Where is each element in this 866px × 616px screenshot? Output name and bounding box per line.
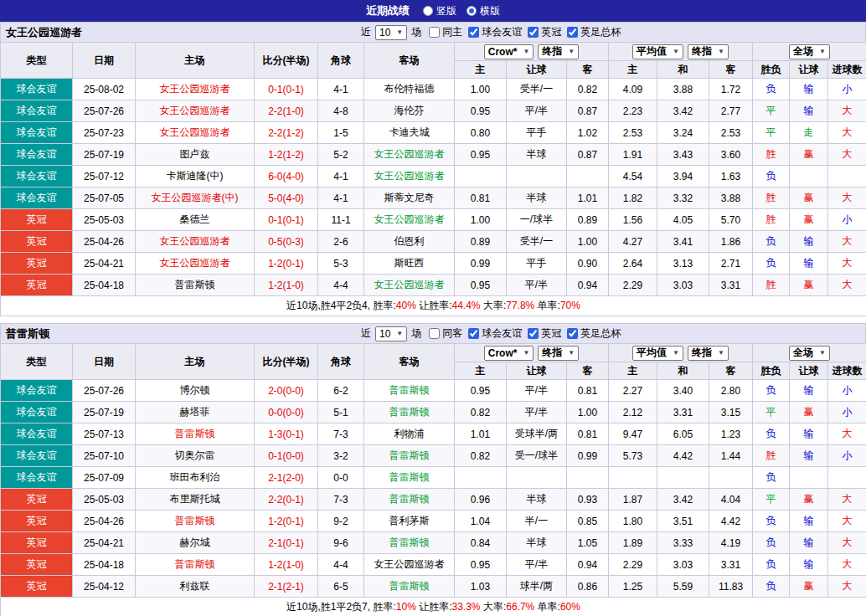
cell-corners: 4-4 [318, 554, 364, 576]
cell-away-team[interactable]: 普雷斯顿 [364, 532, 455, 554]
avg-select[interactable]: 平均值▼ [632, 346, 683, 361]
cell-home-team[interactable]: 利兹联 [136, 576, 255, 598]
cell-home-team[interactable]: 赫尔城 [136, 532, 255, 554]
cell-away-team[interactable]: 普雷斯顿 [364, 380, 455, 402]
cell-home-team[interactable]: 普雷斯顿 [136, 275, 255, 296]
cell-goals-result: 大 [828, 532, 866, 554]
cell-home-team[interactable]: 女王公园巡游者 [136, 79, 255, 100]
summary-row: 近10场,胜1平2负7, 胜率:10% 让胜率:33.3% 大率:66.7% 单… [1, 598, 866, 616]
cell-home-team[interactable]: 普雷斯顿 [136, 511, 255, 532]
checkbox-input[interactable] [528, 328, 539, 339]
fulltime-select[interactable]: 全场▼ [789, 346, 830, 361]
cell-avg-away: 1.86 [709, 231, 753, 253]
cell-away-team[interactable]: 普利茅斯 [364, 511, 455, 532]
cell-home-team[interactable]: 女王公园巡游者(中) [136, 187, 255, 209]
cell-avg-away: 1.72 [709, 79, 753, 100]
cell-goals-result: 小 [828, 380, 866, 402]
cell-handicap-result: 赢 [790, 402, 828, 424]
cell-home-team[interactable]: 博尔顿 [136, 380, 255, 402]
cell-home-team[interactable]: 桑德兰 [136, 209, 255, 231]
cell-away-team[interactable]: 女王公园巡游者 [364, 554, 455, 576]
cell-odds-home: 1.04 [455, 511, 507, 532]
cell-away-team[interactable]: 布伦特福德 [364, 79, 455, 100]
cell-away-team[interactable]: 普雷斯顿 [364, 402, 455, 424]
checkbox-input[interactable] [567, 328, 578, 339]
match-count-select[interactable]: 10 ▼ [375, 326, 407, 341]
cell-home-team[interactable]: 女王公园巡游者 [136, 122, 255, 144]
checkbox-input[interactable] [429, 27, 440, 38]
cell-home-team[interactable]: 卡斯迪隆(中) [136, 166, 255, 187]
cell-home-team[interactable]: 女王公园巡游者 [136, 231, 255, 253]
cell-away-team[interactable]: 女王公园巡游者 [364, 166, 455, 187]
checkbox-input[interactable] [468, 27, 479, 38]
cell-away-team[interactable]: 卡迪夫城 [364, 122, 455, 144]
bookmaker-select[interactable]: Crow*▼ [484, 346, 534, 361]
avg-select[interactable]: 平均值▼ [632, 44, 683, 59]
cell-home-team[interactable]: 切奥尔雷 [136, 445, 255, 467]
cell-away-team[interactable]: 女王公园巡游者 [364, 144, 455, 166]
checkbox-input[interactable] [567, 27, 578, 38]
cell-home-team[interactable]: 图卢兹 [136, 144, 255, 166]
match-count-select[interactable]: 10 ▼ [375, 25, 407, 40]
checkbox-input[interactable] [429, 328, 440, 339]
cell-goals-result: 大 [828, 554, 866, 576]
cell-score: 2-0(0-0) [255, 380, 318, 402]
filter-checkbox-同主[interactable]: 同主 [429, 25, 462, 39]
filter-checkbox-英足总杯[interactable]: 英足总杯 [567, 326, 621, 341]
cell-avg-home: 9.47 [609, 424, 657, 445]
cell-corners: 6-5 [318, 576, 364, 598]
filter-checkbox-英冠[interactable]: 英冠 [528, 326, 561, 341]
avg-time-select[interactable]: 终指▼ [688, 44, 729, 59]
cell-away-team[interactable]: 普雷斯顿 [364, 445, 455, 467]
cell-home-team[interactable]: 女王公园巡游者 [136, 253, 255, 275]
bookmaker-select[interactable]: Crow*▼ [484, 44, 534, 59]
cell-home-team[interactable]: 布里斯托城 [136, 489, 255, 511]
col-avg-draw: 和 [657, 61, 709, 79]
cell-away-team[interactable]: 海伦芬 [364, 100, 455, 122]
cell-home-team[interactable]: 普雷斯顿 [136, 424, 255, 445]
odds-time-select[interactable]: 终指▼ [538, 346, 579, 361]
cell-odds-away: 0.87 [567, 144, 609, 166]
cell-home-team[interactable]: 赫塔菲 [136, 402, 255, 424]
filter-checkbox-球会友谊[interactable]: 球会友谊 [468, 326, 522, 341]
bookmaker-select-value: Crow* [488, 46, 518, 58]
match-row: 球会友谊25-08-02女王公园巡游者0-1(0-1)4-1布伦特福德1.00受… [1, 79, 866, 100]
cell-league-badge: 球会友谊 [1, 100, 73, 122]
cell-corners: 2-6 [318, 231, 364, 253]
col-avg-draw: 和 [657, 362, 709, 380]
col-odds-handicap: 让球 [507, 362, 567, 380]
cell-handicap-result: 赢 [790, 489, 828, 511]
cell-home-team[interactable]: 女王公园巡游者 [136, 100, 255, 122]
cell-away-team[interactable]: 斯旺西 [364, 253, 455, 275]
cell-home-team[interactable]: 班田布利治 [136, 467, 255, 489]
cell-result: 负 [753, 554, 790, 576]
cell-away-team[interactable]: 普雷斯顿 [364, 489, 455, 511]
cell-result: 胜 [753, 445, 790, 467]
match-row: 英冠25-05-03桑德兰0-1(0-1)11-1女王公园巡游者1.00一/球半… [1, 209, 866, 231]
odds-time-select[interactable]: 终指▼ [538, 44, 579, 59]
cell-home-team[interactable]: 普雷斯顿 [136, 554, 255, 576]
radio-horizontal-layout[interactable]: 横版 [467, 4, 500, 18]
cell-away-team[interactable]: 普雷斯顿 [364, 467, 455, 489]
checkbox-input[interactable] [528, 27, 539, 38]
cell-handicap-result: 输 [790, 253, 828, 275]
cell-away-team[interactable]: 普雷斯顿 [364, 576, 455, 598]
filter-checkbox-英冠[interactable]: 英冠 [528, 25, 561, 39]
cell-handicap [507, 166, 567, 187]
cell-away-team[interactable]: 女王公园巡游者 [364, 275, 455, 296]
fulltime-select[interactable]: 全场▼ [789, 44, 830, 59]
filter-checkbox-同客[interactable]: 同客 [429, 326, 462, 341]
cell-away-team[interactable]: 斯蒂文尼奇 [364, 187, 455, 209]
filter-checkbox-英足总杯[interactable]: 英足总杯 [567, 25, 621, 39]
cell-avg-draw: 3.03 [657, 275, 709, 296]
match-row: 球会友谊25-07-10切奥尔雷0-1(0-0)3-2普雷斯顿0.82受一/球半… [1, 445, 866, 467]
checkbox-input[interactable] [468, 328, 479, 339]
cell-avg-away: 2.53 [709, 122, 753, 144]
cell-away-team[interactable]: 利物浦 [364, 424, 455, 445]
radio-vertical-layout[interactable]: 竖版 [423, 4, 456, 18]
filter-checkbox-球会友谊[interactable]: 球会友谊 [468, 25, 522, 39]
cell-away-team[interactable]: 伯恩利 [364, 231, 455, 253]
avg-time-select[interactable]: 终指▼ [688, 346, 729, 361]
cell-goals-result: 大 [828, 576, 866, 598]
cell-away-team[interactable]: 女王公园巡游者 [364, 209, 455, 231]
